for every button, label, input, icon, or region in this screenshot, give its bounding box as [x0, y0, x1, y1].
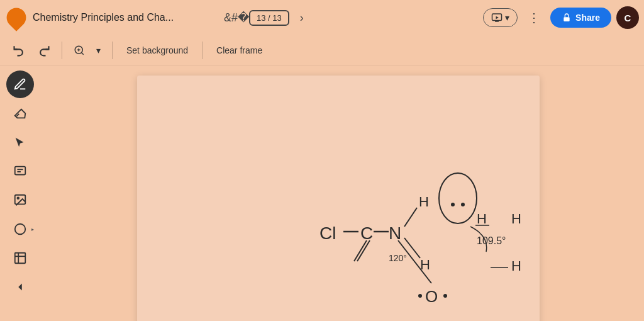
more-tools-button[interactable]	[6, 273, 34, 301]
more-options-button[interactable]: ⋮	[523, 6, 545, 29]
pen-tool-button[interactable]	[6, 70, 34, 98]
right-scrollbar[interactable]	[636, 65, 644, 321]
svg-rect-7	[15, 167, 26, 175]
share-label: Share	[575, 13, 600, 23]
svg-rect-13	[15, 253, 26, 264]
clear-frame-button[interactable]: Clear frame	[209, 42, 270, 59]
svg-text:109.5°: 109.5°	[477, 235, 506, 246]
svg-text:H: H	[511, 211, 521, 227]
slide-canvas[interactable]: Cl C N 120° O	[137, 76, 540, 321]
top-bar: Chemistry Principles and Cha... &#� 13 /…	[0, 0, 644, 35]
svg-text:H: H	[477, 211, 487, 227]
lock-icon	[562, 13, 572, 23]
more-tools-icon	[13, 280, 27, 294]
svg-text:N: N	[389, 223, 401, 243]
shape-tool-button[interactable]	[6, 215, 34, 243]
shape-tool-group: ▸	[6, 215, 34, 243]
prev-slide-button[interactable]: &#�	[226, 8, 247, 28]
eraser-icon	[13, 106, 27, 120]
zoom-arrow: ▾	[96, 45, 101, 55]
svg-text:H: H	[511, 258, 521, 274]
svg-text:H: H	[419, 194, 429, 210]
zoom-button[interactable]	[69, 41, 90, 60]
toolbar-separator-2	[112, 42, 113, 59]
app-logo	[5, 6, 28, 29]
zoom-group: ▾	[69, 41, 106, 60]
select-icon	[13, 135, 27, 149]
pen-icon	[13, 77, 27, 91]
svg-point-34	[461, 203, 465, 206]
svg-rect-2	[564, 17, 569, 21]
present-button[interactable]: ▾	[483, 8, 518, 27]
share-button[interactable]: Share	[550, 8, 611, 28]
svg-point-26	[418, 294, 422, 298]
next-slide-button[interactable]: ›	[292, 8, 312, 28]
svg-point-11	[17, 197, 19, 199]
image-tool-button[interactable]	[6, 186, 34, 214]
undo-button[interactable]	[8, 39, 30, 62]
toolbar-separator-1	[62, 42, 62, 59]
select-tool-button[interactable]	[6, 128, 34, 156]
toolbar-bar: ▾ Set background Clear frame	[0, 35, 644, 65]
svg-point-27	[443, 294, 447, 298]
eraser-tool-button[interactable]	[6, 99, 34, 127]
redo-button[interactable]	[33, 39, 55, 62]
canvas-drawing: Cl C N 120° O	[137, 76, 540, 321]
svg-text:O: O	[425, 287, 438, 306]
svg-rect-16	[137, 76, 540, 321]
slide-counter[interactable]: 13 / 13	[249, 10, 289, 26]
note-tool-button[interactable]	[6, 157, 34, 185]
main-content: ▸ Cl	[0, 65, 644, 321]
frame-icon	[13, 251, 27, 265]
svg-text:Cl: Cl	[319, 223, 336, 243]
present-icon	[491, 12, 502, 23]
redo-icon	[38, 44, 50, 57]
undo-icon	[13, 44, 25, 57]
set-background-button[interactable]: Set background	[119, 42, 196, 59]
right-actions: ▾ ⋮ Share C	[483, 6, 639, 29]
note-icon	[13, 164, 27, 178]
user-avatar[interactable]: C	[616, 6, 639, 29]
side-toolbar: ▸	[0, 65, 40, 321]
circle-icon	[13, 222, 27, 236]
svg-marker-1	[496, 16, 499, 20]
canvas-area: Cl C N 120° O	[40, 65, 636, 321]
zoom-icon	[74, 45, 85, 56]
svg-text:C: C	[360, 223, 373, 243]
slide-navigation: &#� 13 / 13 ›	[226, 8, 312, 28]
image-icon	[13, 193, 27, 207]
document-title[interactable]: Chemistry Principles and Cha...	[33, 12, 221, 23]
svg-point-12	[15, 224, 26, 235]
zoom-dropdown-button[interactable]: ▾	[91, 42, 106, 59]
frame-tool-button[interactable]	[6, 244, 34, 272]
toolbar-separator-3	[202, 42, 203, 59]
svg-point-33	[451, 203, 455, 206]
svg-text:120°: 120°	[389, 253, 407, 263]
present-dropdown-arrow: ▾	[505, 13, 509, 23]
svg-line-4	[81, 52, 83, 54]
